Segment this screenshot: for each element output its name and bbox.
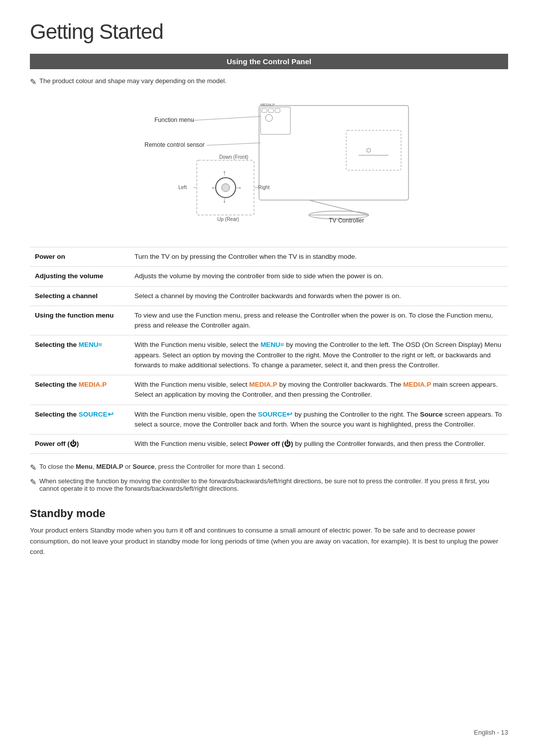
- svg-line-1: [309, 200, 369, 215]
- svg-text:TV Controller: TV Controller: [329, 217, 364, 224]
- section-header: Using the Control Panel: [30, 54, 508, 69]
- note-icon: ✎: [30, 77, 36, 87]
- row-description: With the Function menu visible, select P…: [130, 434, 508, 454]
- row-description: With the Function menu visible, select M…: [130, 375, 508, 405]
- row-label: Using the function menu: [30, 306, 130, 335]
- svg-point-31: [367, 148, 371, 152]
- svg-point-8: [266, 114, 272, 121]
- table-row: Using the function menu To view and use …: [30, 306, 508, 335]
- svg-rect-0: [259, 106, 408, 200]
- row-label: Power off (⏻): [30, 434, 130, 454]
- table-row: Selecting the SOURCE↩ With the Function …: [30, 405, 508, 434]
- row-description: To view and use the Function menu, press…: [130, 306, 508, 335]
- table-row: Power on Turn the TV on by pressing the …: [30, 247, 508, 267]
- row-label: Selecting the MENU≡: [30, 335, 130, 375]
- notes-section: ✎ To close the Menu, MEDIA.P or Source, …: [30, 463, 508, 492]
- row-description: Select a channel by moving the Controlle…: [130, 286, 508, 306]
- row-label: Selecting the SOURCE↩: [30, 405, 130, 434]
- page-footer: English - 13: [474, 729, 508, 736]
- svg-text:←: ←: [211, 184, 218, 192]
- table-row: Power off (⏻) With the Function menu vis…: [30, 434, 508, 454]
- diagram-area: MEDIA.P Function menu Remote control sen…: [30, 96, 508, 235]
- svg-rect-7: [275, 108, 280, 112]
- row-label: Selecting a channel: [30, 286, 130, 306]
- svg-rect-4: [261, 107, 290, 134]
- svg-text:MEDIA.P: MEDIA.P: [261, 103, 275, 107]
- svg-text:Remote control sensor: Remote control sensor: [144, 141, 205, 148]
- row-label: Selecting the MEDIA.P: [30, 375, 130, 405]
- page-title: Getting Started: [30, 20, 508, 44]
- row-label: Adjusting the volume: [30, 267, 130, 286]
- table-row: Selecting the MEDIA.P With the Function …: [30, 375, 508, 405]
- standby-text: Your product enters Standby mode when yo…: [30, 525, 508, 557]
- svg-text:Right: Right: [258, 185, 270, 190]
- row-description: With the Function menu visible, open the…: [130, 405, 508, 434]
- svg-text:Function menu: Function menu: [154, 116, 194, 123]
- note-2: ✎ When selecting the function by moving …: [30, 477, 508, 492]
- svg-line-10: [192, 116, 261, 120]
- control-panel-diagram: MEDIA.P Function menu Remote control sen…: [120, 96, 418, 235]
- svg-line-12: [207, 143, 261, 145]
- row-label: Power on: [30, 247, 130, 267]
- note-1: ✎ To close the Menu, MEDIA.P or Source, …: [30, 463, 508, 472]
- svg-text:Down (Front): Down (Front): [219, 154, 248, 160]
- table-row: Selecting the MENU≡ With the Function me…: [30, 335, 508, 375]
- control-table: Power on Turn the TV on by pressing the …: [30, 247, 508, 454]
- svg-rect-6: [269, 108, 273, 112]
- note-icon-1: ✎: [30, 463, 36, 472]
- row-description: Adjusts the volume by moving the control…: [130, 267, 508, 286]
- svg-point-16: [222, 184, 230, 192]
- standby-section: Standby mode Your product enters Standby…: [30, 507, 508, 557]
- row-description: With the Function menu visible, select t…: [130, 335, 508, 375]
- row-description: Turn the TV on by pressing the Controlle…: [130, 247, 508, 267]
- svg-text:↓: ↓: [223, 196, 226, 204]
- svg-rect-29: [346, 130, 401, 170]
- svg-text:Up (Rear): Up (Rear): [217, 216, 239, 222]
- svg-text:↑: ↑: [223, 169, 226, 177]
- svg-text:Left: Left: [178, 185, 187, 190]
- svg-rect-5: [262, 108, 267, 112]
- note-icon-2: ✎: [30, 477, 36, 487]
- svg-text:→: →: [235, 184, 242, 192]
- standby-title: Standby mode: [30, 507, 508, 520]
- table-row: Selecting a channel Select a channel by …: [30, 286, 508, 306]
- product-note: ✎ The product colour and shape may vary …: [30, 77, 508, 87]
- table-row: Adjusting the volume Adjusts the volume …: [30, 267, 508, 286]
